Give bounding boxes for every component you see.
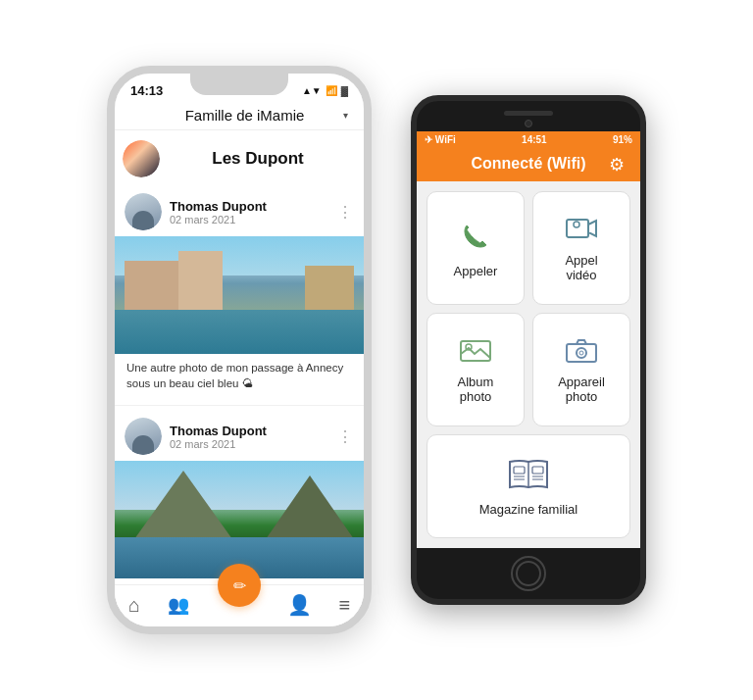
phone2-grid: Appeler Appelvidéo <box>417 181 640 548</box>
svg-point-6 <box>579 351 583 355</box>
grid-cell-magazine[interactable]: Magazine familial <box>427 434 630 538</box>
fab-icon: ✏ <box>233 576 246 595</box>
post1-caption: Une autre photo de mon passage à Annecy … <box>115 354 364 395</box>
connection-status: Connecté (Wifi) <box>471 155 585 173</box>
phone2-camera <box>525 120 532 127</box>
family-avatar <box>123 140 160 177</box>
family-selector[interactable]: Famille de iMamie <box>185 107 305 124</box>
post1-header: Thomas Dupont 02 mars 2021 ⋮ <box>115 185 364 236</box>
post2-header: Thomas Dupont 02 mars 2021 ⋮ <box>115 410 364 461</box>
svg-rect-10 <box>532 467 543 474</box>
mountain-peak-2 <box>266 475 354 539</box>
tab-menu[interactable]: ≡ <box>338 594 350 617</box>
settings-gear-icon[interactable]: ⚙ <box>609 154 628 174</box>
post1-date: 02 mars 2021 <box>170 214 329 225</box>
phone1-status-icons: ▲▼ 📶 ▓ <box>302 85 348 96</box>
post2-avatar <box>125 418 162 455</box>
tab-profile[interactable]: 👤 <box>287 593 312 617</box>
building-left <box>125 261 183 315</box>
building-mid <box>178 251 223 315</box>
signal-icon: ▲▼ <box>302 85 322 96</box>
post2-avatar-img <box>125 418 162 455</box>
svg-rect-7 <box>514 467 525 474</box>
post1-image <box>115 236 364 354</box>
dropdown-arrow-icon[interactable]: ▾ <box>343 110 348 121</box>
post2-user-info: Thomas Dupont 02 mars 2021 <box>170 424 329 450</box>
family-avatar-img <box>123 140 160 177</box>
tab-family[interactable]: 👥 <box>168 594 189 616</box>
family-name-row: Les Dupont <box>115 130 364 185</box>
phone-icon <box>459 220 492 258</box>
phone1: 14:13 ▲▼ 📶 ▓ Famille de iMamie ▾ <box>107 66 372 634</box>
phone2-speaker <box>504 111 553 116</box>
phone2-home-button[interactable] <box>511 556 546 591</box>
magazine-label: Magazine familial <box>479 502 577 518</box>
phone1-screen: 14:13 ▲▼ 📶 ▓ Famille de iMamie ▾ <box>115 74 364 626</box>
album-photo-label: Albumphoto <box>458 375 494 405</box>
appel-video-label: Appelvidéo <box>565 253 597 283</box>
phone2-time: 14:51 <box>522 134 547 145</box>
building-right <box>305 266 354 315</box>
post2-date: 02 mars 2021 <box>170 438 329 450</box>
post1-user-info: Thomas Dupont 02 mars 2021 <box>170 199 329 225</box>
app-scene: 14:13 ▲▼ 📶 ▓ Famille de iMamie ▾ <box>0 0 753 700</box>
post1-avatar <box>125 193 162 230</box>
phone2-screen: ✈ WiFi 14:51 91% Connecté (Wifi) ⚙ <box>417 131 640 548</box>
svg-point-1 <box>574 222 579 227</box>
phone1-notch <box>190 74 288 95</box>
post-card-1: Thomas Dupont 02 mars 2021 ⋮ Une autre p… <box>115 185 364 406</box>
svg-rect-4 <box>567 344 596 362</box>
person-shape-2 <box>132 435 154 455</box>
post1-avatar-img <box>125 193 162 230</box>
album-icon <box>459 336 492 369</box>
family-title: Les Dupont <box>168 149 348 169</box>
battery-icon: ▓ <box>341 85 348 96</box>
phone2-topbar: Connecté (Wifi) ⚙ <box>417 148 640 181</box>
water <box>115 310 364 354</box>
phone2: ✈ WiFi 14:51 91% Connecté (Wifi) ⚙ <box>411 95 646 605</box>
grid-cell-appel-video[interactable]: Appelvidéo <box>532 191 630 305</box>
phone1-tabbar: ⌂ 👥 👤 ≡ ✏ <box>115 584 364 626</box>
appareil-photo-label: Appareilphoto <box>558 375 605 405</box>
post1-username: Thomas Dupont <box>170 199 329 214</box>
grid-cell-appareil-photo[interactable]: Appareilphoto <box>532 313 630 426</box>
mountain-peak-1 <box>134 471 232 539</box>
phone2-status-left: ✈ WiFi <box>425 134 456 145</box>
phone1-body: Les Dupont Thomas Dupont 02 mars 2021 <box>115 130 364 584</box>
phone1-time: 14:13 <box>130 83 163 98</box>
post1-menu[interactable]: ⋮ <box>337 203 354 222</box>
phone2-battery: 91% <box>613 134 632 145</box>
person-shape <box>132 211 154 230</box>
phone1-header: Famille de iMamie ▾ <box>115 101 364 130</box>
phone2-statusbar: ✈ WiFi 14:51 91% <box>417 131 640 148</box>
appeler-label: Appeler <box>454 264 498 279</box>
svg-point-5 <box>577 348 586 358</box>
post2-image <box>115 461 364 578</box>
post-card-2: Thomas Dupont 02 mars 2021 ⋮ <box>115 410 364 584</box>
tab-home[interactable]: ⌂ <box>128 594 140 617</box>
post2-username: Thomas Dupont <box>170 424 329 438</box>
wifi-icon: 📶 <box>326 85 337 96</box>
grid-cell-album-photo[interactable]: Albumphoto <box>427 313 525 426</box>
post2-menu[interactable]: ⋮ <box>337 427 354 446</box>
fab-compose-button[interactable]: ✏ <box>218 564 261 607</box>
grid-cell-appeler[interactable]: Appeler <box>427 191 525 305</box>
video-icon <box>565 215 598 247</box>
phone2-home-inner <box>516 561 541 586</box>
camera-icon <box>565 336 598 369</box>
magazine-icon <box>506 458 551 496</box>
